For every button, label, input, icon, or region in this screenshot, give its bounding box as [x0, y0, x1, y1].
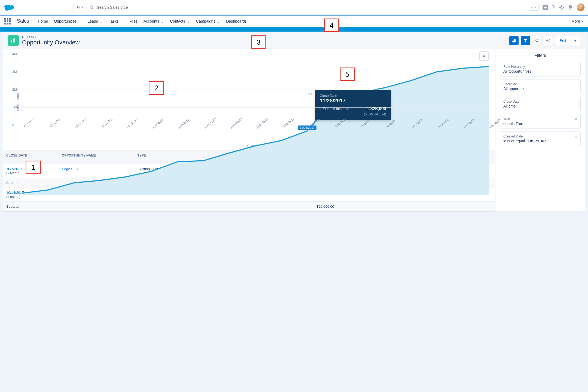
global-search[interactable]	[87, 3, 264, 12]
svg-line-1	[93, 8, 94, 9]
report-title: Opportunity Overview	[22, 39, 80, 46]
user-avatar[interactable]	[577, 3, 585, 11]
svg-rect-5	[11, 40, 12, 42]
salesforce-logo	[3, 3, 16, 12]
chevron-down-icon: ⌄	[217, 19, 220, 23]
object-label: REPORT	[22, 35, 80, 39]
nav-leads[interactable]: Leads⌄	[88, 19, 103, 23]
callout-3: 3	[251, 35, 266, 49]
chevron-down-icon: ⌄	[161, 19, 164, 23]
chevron-down-icon: ⌄	[100, 19, 103, 23]
edit-button[interactable]: Edit	[555, 36, 571, 45]
svg-rect-7	[14, 38, 15, 42]
notifications-bell-icon[interactable]	[568, 5, 573, 10]
remove-filter-icon[interactable]: ✕	[574, 134, 578, 139]
svg-rect-6	[13, 39, 14, 42]
setup-gear-icon[interactable]	[559, 5, 564, 10]
callout-1: 1	[26, 161, 41, 174]
close-date-link[interactable]: 10/14/2017	[6, 191, 24, 195]
chevron-down-icon: ▾	[82, 5, 84, 9]
nav-campaigns[interactable]: Campaigns⌄	[196, 19, 220, 23]
search-scope-label: All	[76, 5, 80, 9]
chevron-down-icon: ⌄	[187, 19, 190, 23]
toggle-chart-button[interactable]	[509, 36, 519, 45]
report-container: REPORT Opportunity Overview Edit ▾ Sum o	[3, 32, 585, 212]
collapse-filters-icon[interactable]: →	[576, 54, 581, 59]
nav-more[interactable]: More▾	[571, 19, 584, 23]
nav-tasks[interactable]: Tasks⌄	[109, 19, 124, 23]
remove-filter-icon[interactable]: ✕	[574, 117, 578, 121]
filter-card[interactable]: Created Dateless or equal THIS YEAR✕	[500, 131, 581, 146]
report-chart: Sum of Amount 11/28/2017 ☜ Close Date 11…	[3, 49, 495, 151]
search-scope-dropdown[interactable]: All ▾	[74, 3, 87, 12]
svg-point-4	[570, 9, 571, 10]
callout-4: 4	[324, 19, 339, 32]
edit-menu-button[interactable]: ▾	[571, 36, 580, 45]
add-button[interactable]	[543, 5, 548, 10]
chevron-down-icon: ▾	[582, 19, 584, 23]
filters-title: Filters	[534, 53, 546, 58]
chart-plot[interactable]: 11/28/2017 ☜ Close Date 11/28/2017 Sum o…	[22, 54, 489, 125]
favorites-button[interactable]: ☆ ▾	[529, 4, 539, 11]
search-icon	[90, 5, 94, 10]
close-date-link[interactable]: 10/7/2017	[6, 167, 22, 171]
filter-card[interactable]: Close DateAll time	[500, 97, 581, 111]
subtotal-row: Subtotal$90,000.00	[3, 202, 495, 212]
star-icon: ☆	[531, 5, 534, 9]
app-name: Sales	[17, 18, 29, 24]
callout-2: 2	[149, 81, 164, 95]
report-settings-button[interactable]	[544, 36, 553, 45]
page-body: 1 2 3 4 5 REPORT Opportunity Overview Ed…	[0, 27, 588, 392]
filter-card[interactable]: Show MeAll opportunities	[500, 79, 581, 94]
chevron-down-icon: ▾	[535, 5, 537, 9]
nav-contacts[interactable]: Contacts⌄	[170, 19, 190, 23]
search-input[interactable]	[97, 5, 261, 10]
nav-files[interactable]: Files	[130, 19, 138, 23]
refresh-button[interactable]	[532, 36, 541, 45]
global-header: All ▾ ☆ ▾ ?	[0, 0, 588, 15]
nav-accounts[interactable]: Accounts⌄	[143, 19, 164, 23]
filters-panel: Filters → Role HierarchyAll Opportunitie…	[495, 49, 585, 212]
chart-tooltip: Close Date 11/28/2017 Sum of Amount1,825…	[315, 90, 391, 120]
nav-opportunities[interactable]: Opportunities⌄	[54, 19, 81, 23]
app-launcher-icon[interactable]	[4, 18, 11, 24]
svg-point-0	[90, 6, 93, 8]
toggle-filters-button[interactable]	[521, 36, 530, 45]
chevron-down-icon: ⌄	[248, 19, 252, 23]
filter-card[interactable]: Role HierarchyAll Opportunities	[500, 62, 581, 76]
svg-point-8	[547, 40, 549, 41]
help-icon[interactable]: ?	[552, 4, 555, 10]
svg-point-3	[561, 7, 562, 8]
nav-dashboards[interactable]: Dashboards⌄	[226, 19, 252, 23]
cursor-hand-icon: ☜	[308, 91, 312, 97]
app-nav-bar: Sales Home Opportunities⌄ Leads⌄ Tasks⌄ …	[0, 15, 588, 27]
callout-5: 5	[340, 68, 355, 81]
report-icon	[8, 35, 19, 46]
report-header: REPORT Opportunity Overview Edit ▾	[3, 32, 585, 49]
filter-card[interactable]: Wonequals True✕	[500, 114, 581, 129]
chevron-down-icon: ⌄	[78, 19, 82, 23]
nav-home[interactable]: Home	[38, 19, 48, 23]
chevron-down-icon: ⌄	[120, 19, 124, 23]
